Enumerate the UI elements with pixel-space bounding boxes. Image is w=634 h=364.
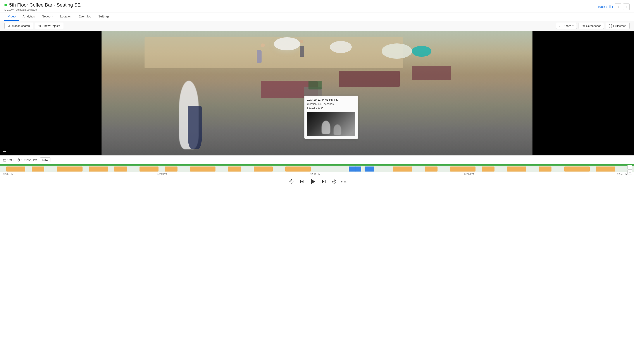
motion-segment — [539, 166, 551, 172]
black-bar-right — [532, 31, 634, 156]
screenshot-button[interactable]: Screenshot — [578, 23, 604, 29]
timeline-cursor — [355, 164, 355, 172]
back-to-list-label: Back to list — [598, 5, 613, 8]
tooltip-thumbnail — [307, 112, 355, 136]
svg-marker-16 — [322, 180, 324, 183]
tab-network[interactable]: Network — [39, 12, 57, 21]
toolbar-left: Motion search Show Objects — [4, 23, 63, 29]
forward-10-container: 10 — [330, 178, 338, 186]
next-clip-button[interactable] — [320, 178, 328, 186]
date-value: Oct 3 — [8, 158, 14, 162]
svg-text:10: 10 — [333, 181, 335, 182]
share-button[interactable]: Share ▾ — [556, 23, 577, 29]
show-objects-button[interactable]: Show Objects — [35, 23, 63, 29]
motion-segment — [254, 166, 273, 172]
rewind-10-button[interactable]: 10 — [288, 178, 295, 186]
black-bar-left — [0, 31, 102, 156]
playback-controls: 10 — [0, 176, 634, 187]
motion-segment — [228, 166, 241, 172]
time-bar: Oct 3 12:44:20 PM Now — [0, 156, 634, 164]
prev-camera-button[interactable]: ‹ — [615, 4, 621, 10]
motion-segment — [140, 166, 159, 172]
motion-segment — [32, 166, 44, 172]
tooltip-intensity-value: 0.35 — [318, 107, 323, 110]
forward-10-icon: 10 — [331, 178, 337, 184]
playback-speed: ► 1x — [341, 180, 346, 183]
tooltip-duration-label: duration: — [307, 102, 317, 106]
svg-marker-13 — [301, 180, 303, 183]
search-icon — [8, 24, 11, 28]
motion-segment — [190, 166, 216, 172]
motion-segment — [450, 166, 475, 172]
back-to-list-link[interactable]: ‹ Back to list — [596, 5, 613, 8]
motion-segment — [482, 166, 494, 172]
svg-line-1 — [10, 26, 10, 27]
timeline-label-2: 12:40 PM — [157, 172, 167, 175]
video-toolbar: Motion search Show Objects Share ▾ Scree… — [0, 21, 634, 31]
rewind-10-container: 10 — [288, 178, 295, 186]
motion-segments — [0, 166, 634, 172]
camera-title: 5th Floor Coffee Bar - Seating SE — [9, 2, 81, 8]
share-label: Share — [564, 24, 571, 28]
motion-segment — [114, 166, 127, 172]
status-indicator — [4, 4, 7, 6]
next-clip-icon — [321, 179, 326, 184]
motion-segment — [596, 166, 615, 172]
tooltip-intensity-label: intensity: — [307, 107, 317, 110]
motion-search-button[interactable]: Motion search — [4, 23, 33, 29]
motion-segment — [507, 166, 526, 172]
timeline-strip[interactable] — [0, 164, 634, 172]
fullscreen-button[interactable]: Fullscreen — [606, 23, 630, 29]
svg-point-0 — [8, 25, 10, 26]
prev-clip-icon — [300, 179, 304, 184]
play-button[interactable] — [308, 177, 317, 186]
motion-segment — [393, 166, 412, 172]
toolbar-right: Share ▾ Screenshot Fullscreen — [556, 23, 630, 29]
timeline-green-bar — [0, 164, 634, 166]
tab-video[interactable]: Video — [4, 12, 19, 21]
forward-10-button[interactable]: 10 — [330, 178, 338, 186]
svg-rect-12 — [300, 180, 301, 183]
fullscreen-icon — [609, 24, 612, 28]
motion-segment — [165, 166, 178, 172]
motion-segment — [564, 166, 590, 172]
eye-icon — [38, 24, 41, 28]
video-frame[interactable]: 10/3/19 12:44:01 PM PDT duration: 39.6 s… — [0, 31, 634, 156]
tooltip-duration-value: 39.6 seconds — [318, 102, 334, 106]
fullscreen-label: Fullscreen — [613, 24, 626, 28]
rewind-10-icon: 10 — [288, 178, 295, 184]
motion-segment — [89, 166, 108, 172]
screenshot-label: Screenshot — [586, 24, 600, 28]
svg-marker-14 — [311, 179, 315, 184]
timeline-label-1: 12:35 PM — [3, 172, 13, 175]
tab-settings[interactable]: Settings — [95, 12, 113, 21]
tab-bar: Video Analytics Network Location Event l… — [0, 12, 634, 21]
zoom-in-button[interactable]: + — [627, 165, 632, 170]
play-icon — [309, 178, 316, 185]
zoom-out-button[interactable]: − — [627, 170, 632, 175]
show-objects-label: Show Objects — [43, 24, 60, 28]
next-camera-button[interactable]: › — [623, 4, 630, 10]
tooltip-timestamp: 10/3/19 12:44:01 PM PDT — [307, 98, 355, 101]
camera-meta: MV12W 0c:8d:db:00:87:2c — [4, 8, 81, 11]
timeline-label-5: 12:50 PM — [617, 172, 627, 175]
time-value: 12:44:20 PM — [21, 158, 37, 162]
camera-mac: 0c:8d:db:00:87:2c — [16, 8, 37, 11]
svg-rect-15 — [325, 180, 326, 183]
motion-tooltip: 10/3/19 12:44:01 PM PDT duration: 39.6 s… — [304, 96, 358, 138]
cloud-icon: ☁ — [2, 148, 6, 153]
camera-icon — [582, 24, 585, 28]
tab-analytics[interactable]: Analytics — [19, 12, 39, 21]
tab-location[interactable]: Location — [57, 12, 75, 21]
tab-event-log[interactable]: Event log — [75, 12, 95, 21]
now-button[interactable]: Now — [40, 157, 51, 162]
motion-segment — [285, 166, 311, 172]
calendar-icon — [3, 158, 6, 162]
prev-clip-button[interactable] — [298, 178, 306, 186]
speed-indicator: ► 1x — [341, 180, 346, 183]
header-right: ‹ Back to list ‹ › — [596, 4, 630, 10]
zoom-controls: + − — [627, 165, 632, 175]
motion-segment — [425, 166, 437, 172]
header: 5th Floor Coffee Bar - Seating SE MV12W … — [0, 0, 634, 12]
svg-point-3 — [39, 26, 40, 26]
